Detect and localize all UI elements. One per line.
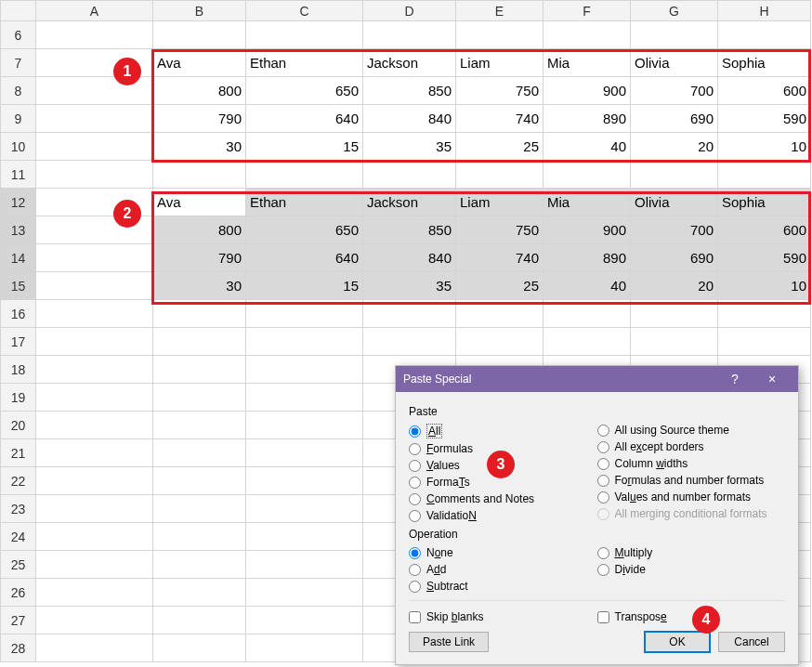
cell[interactable]: Liam [456, 49, 544, 77]
row-header[interactable]: 12 [1, 189, 36, 216]
row-header[interactable]: 17 [1, 328, 36, 356]
dialog-titlebar[interactable]: Paste Special ? × [396, 366, 798, 392]
cell[interactable]: 600 [718, 216, 811, 244]
row-header[interactable]: 20 [1, 412, 36, 439]
cell[interactable]: Ava [153, 189, 246, 216]
cell[interactable]: 600 [718, 77, 811, 105]
row-header[interactable]: 28 [1, 634, 36, 662]
cell[interactable]: 640 [246, 244, 363, 272]
cell[interactable]: 850 [363, 216, 456, 244]
col-header[interactable]: G [631, 1, 718, 21]
cell[interactable]: Mia [544, 189, 631, 216]
row-header[interactable]: 27 [1, 607, 36, 634]
cell[interactable]: 740 [456, 244, 544, 272]
cell[interactable]: 590 [718, 105, 811, 133]
cell[interactable]: 20 [631, 133, 718, 161]
radio-none[interactable]: None [409, 544, 597, 561]
cell[interactable]: 700 [631, 216, 718, 244]
ok-button[interactable]: OK [644, 631, 711, 653]
cell[interactable]: 650 [246, 216, 363, 244]
checkbox-transpose[interactable]: Transpose [597, 608, 786, 625]
row-header[interactable]: 22 [1, 467, 36, 495]
cell[interactable]: 750 [456, 77, 544, 105]
cell[interactable]: 640 [246, 105, 363, 133]
cell[interactable]: 25 [456, 272, 544, 300]
paste-link-button[interactable]: Paste Link [409, 632, 489, 652]
row-header[interactable]: 25 [1, 551, 36, 579]
col-header[interactable]: B [153, 1, 246, 21]
cell[interactable]: 40 [544, 272, 631, 300]
row-header[interactable]: 11 [1, 161, 36, 189]
cell[interactable]: 890 [544, 244, 631, 272]
cell[interactable]: 850 [363, 77, 456, 105]
row-header[interactable]: 26 [1, 579, 36, 607]
row-header[interactable]: 16 [1, 300, 36, 328]
cell[interactable]: 20 [631, 272, 718, 300]
cell[interactable]: 40 [544, 133, 631, 161]
cell[interactable]: 690 [631, 244, 718, 272]
cell[interactable]: Ethan [246, 189, 363, 216]
row-header[interactable]: 7 [1, 49, 36, 77]
cell[interactable]: 790 [153, 105, 246, 133]
cell[interactable]: 10 [718, 133, 811, 161]
cell[interactable]: Sophia [718, 49, 811, 77]
radio-all-except-borders[interactable]: All except borders [597, 438, 786, 455]
radio-values-number-formats[interactable]: Values and number formats [597, 489, 786, 505]
cell[interactable]: 740 [456, 105, 544, 133]
select-all-corner[interactable] [1, 1, 36, 21]
cell[interactable]: 800 [153, 77, 246, 105]
row-header[interactable]: 19 [1, 384, 36, 412]
cell[interactable]: 790 [153, 244, 246, 272]
radio-multiply[interactable]: Multiply [597, 544, 786, 561]
col-header[interactable]: E [456, 1, 544, 21]
row-header[interactable]: 15 [1, 272, 36, 300]
row-header[interactable]: 18 [1, 356, 36, 384]
cell[interactable]: 900 [544, 216, 631, 244]
row-header[interactable]: 21 [1, 439, 36, 467]
row-header[interactable]: 6 [1, 21, 36, 49]
col-header[interactable]: C [246, 1, 363, 21]
cell[interactable]: 750 [456, 216, 544, 244]
row-header[interactable]: 8 [1, 77, 36, 105]
radio-divide[interactable]: Divide [597, 561, 786, 578]
row-header[interactable]: 14 [1, 244, 36, 272]
row-header[interactable]: 13 [1, 216, 36, 244]
help-button[interactable]: ? [716, 366, 753, 392]
cell[interactable]: Ethan [246, 49, 363, 77]
cell[interactable]: Mia [544, 49, 631, 77]
cell[interactable]: Liam [456, 189, 544, 216]
row-header[interactable]: 10 [1, 133, 36, 161]
radio-validation[interactable]: ValidatioN [409, 507, 597, 524]
radio-all-source-theme[interactable]: All using Source theme [597, 422, 786, 438]
radio-column-widths[interactable]: Column widths [597, 455, 786, 472]
cell[interactable]: 800 [153, 216, 246, 244]
col-header[interactable]: D [363, 1, 456, 21]
cell[interactable]: Olivia [631, 189, 718, 216]
cell[interactable]: 35 [363, 272, 456, 300]
cell[interactable]: Jackson [363, 189, 456, 216]
cell[interactable]: 700 [631, 77, 718, 105]
radio-add[interactable]: Add [409, 561, 597, 578]
row-header[interactable]: 23 [1, 495, 36, 523]
cell[interactable]: 840 [363, 105, 456, 133]
row-header[interactable]: 9 [1, 105, 36, 133]
row-header[interactable]: 24 [1, 523, 36, 551]
cell[interactable]: Sophia [718, 189, 811, 216]
radio-all[interactable]: All [409, 422, 597, 440]
col-header[interactable]: F [544, 1, 631, 21]
cancel-button[interactable]: Cancel [718, 632, 785, 652]
col-header[interactable]: H [718, 1, 811, 21]
cell[interactable]: 30 [153, 272, 246, 300]
cell[interactable]: 690 [631, 105, 718, 133]
cell[interactable]: Ava [153, 49, 246, 77]
cell[interactable]: 10 [718, 272, 811, 300]
cell[interactable]: 30 [153, 133, 246, 161]
close-button[interactable]: × [753, 366, 791, 392]
radio-comments[interactable]: Comments and Notes [409, 490, 597, 507]
cell[interactable]: 890 [544, 105, 631, 133]
cell[interactable]: 15 [246, 272, 363, 300]
cell[interactable]: 900 [544, 77, 631, 105]
cell[interactable]: Olivia [631, 49, 718, 77]
cell[interactable]: Jackson [363, 49, 456, 77]
cell[interactable]: 25 [456, 133, 544, 161]
